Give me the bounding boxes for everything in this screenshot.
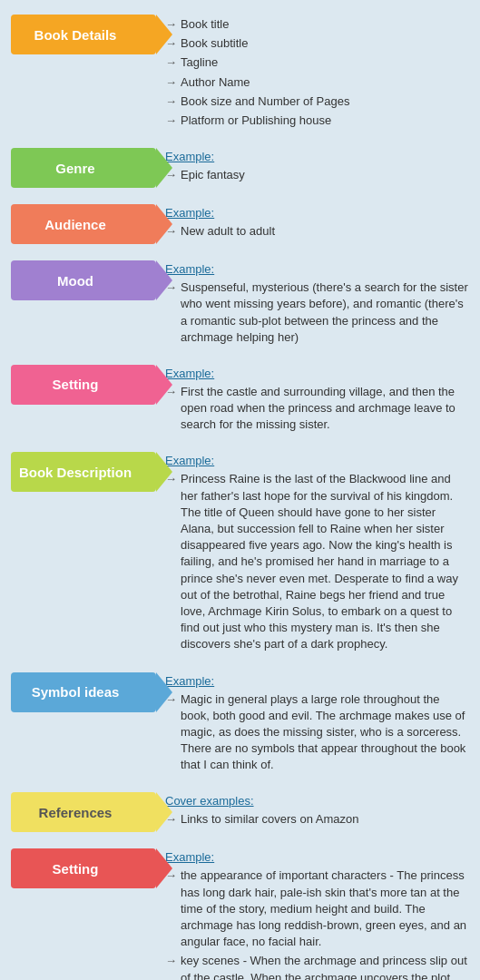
item-text: key scenes - When the archmage and princ…: [181, 953, 469, 980]
label-setting2: Setting: [11, 848, 156, 888]
item-setting2-1: →key scenes - When the archmage and prin…: [165, 953, 469, 980]
section-audience: AudienceExample:→New adult to adult: [11, 204, 469, 244]
item-setting-0: →First the castle and surrounding villag…: [165, 384, 469, 434]
item-text: Book size and Number of Pages: [181, 93, 349, 110]
label-mood: Mood: [11, 260, 156, 300]
section-book-description: Book DescriptionExample:→Princess Raine …: [11, 452, 469, 655]
item-text: Epic fantasy: [181, 167, 245, 183]
example-label-references[interactable]: Cover examples:: [165, 794, 469, 808]
item-mood-0: →Suspenseful, mysterious (there's a sear…: [165, 279, 469, 346]
example-label-book-description[interactable]: Example:: [165, 454, 469, 467]
content-book-details: →Book title→Book subtitle→Tagline→Author…: [165, 15, 469, 132]
section-setting: SettingExample:→First the castle and sur…: [11, 365, 469, 436]
label-book-details: Book Details: [11, 15, 156, 54]
item-book-details-1: →Book subtitle: [165, 35, 469, 52]
content-references: Cover examples:→Links to similar covers …: [165, 792, 469, 830]
label-setting: Setting: [11, 365, 156, 405]
item-text: Author Name: [181, 74, 250, 91]
item-setting2-0: →the appearance of important characters …: [165, 867, 469, 950]
section-references: ReferencesCover examples:→Links to simil…: [11, 792, 469, 832]
example-label-setting[interactable]: Example:: [165, 367, 469, 380]
section-symbol-ideas: Symbol ideasExample:→Magic in general pl…: [11, 672, 469, 777]
section-book-details: Book Details→Book title→Book subtitle→Ta…: [11, 15, 469, 132]
arrow-icon: →: [165, 93, 177, 110]
item-book-details-5: →Platform or Publishing house: [165, 113, 469, 129]
item-symbol-ideas-0: →Magic in general plays a large role thr…: [165, 691, 469, 774]
item-text: the appearance of important characters -…: [181, 867, 469, 950]
label-references: References: [11, 792, 156, 832]
section-genre: GenreExample:→Epic fantasy: [11, 148, 469, 188]
item-text: Suspenseful, mysterious (there's a searc…: [181, 279, 469, 346]
example-label-audience[interactable]: Example:: [165, 206, 469, 220]
arrow-icon: →: [165, 953, 177, 969]
section-mood: MoodExample:→Suspenseful, mysterious (th…: [11, 260, 469, 348]
content-setting: Example:→First the castle and surroundin…: [165, 365, 469, 436]
item-audience-0: →New adult to adult: [165, 223, 469, 240]
content-genre: Example:→Epic fantasy: [165, 148, 469, 186]
content-audience: Example:→New adult to adult: [165, 204, 469, 242]
item-text: Magic in general plays a large role thro…: [181, 691, 469, 774]
arrow-icon: →: [165, 74, 177, 91]
item-text: First the castle and surrounding village…: [181, 384, 469, 434]
arrow-icon: →: [165, 54, 177, 71]
example-label-genre[interactable]: Example:: [165, 150, 469, 163]
content-book-description: Example:→Princess Raine is the last of t…: [165, 452, 469, 655]
item-book-details-2: →Tagline: [165, 54, 469, 71]
item-genre-0: →Epic fantasy: [165, 167, 469, 183]
example-label-symbol-ideas[interactable]: Example:: [165, 674, 469, 688]
item-text: Book title: [181, 16, 229, 33]
item-text: Platform or Publishing house: [181, 113, 331, 129]
label-genre: Genre: [11, 148, 156, 188]
content-symbol-ideas: Example:→Magic in general plays a large …: [165, 672, 469, 777]
item-book-details-4: →Book size and Number of Pages: [165, 93, 469, 110]
item-text: New adult to adult: [181, 223, 275, 240]
item-text: Princess Raine is the last of the Blackw…: [181, 471, 469, 652]
arrow-icon: →: [165, 113, 177, 129]
label-audience: Audience: [11, 204, 156, 244]
item-book-description-0: →Princess Raine is the last of the Black…: [165, 471, 469, 652]
example-label-mood[interactable]: Example:: [165, 262, 469, 276]
label-symbol-ideas: Symbol ideas: [11, 672, 156, 712]
item-book-details-0: →Book title: [165, 16, 469, 33]
item-text: Tagline: [181, 54, 218, 71]
example-label-setting2[interactable]: Example:: [165, 850, 469, 864]
item-book-details-3: →Author Name: [165, 74, 469, 91]
app-container: Book Details→Book title→Book subtitle→Ta…: [11, 15, 469, 980]
label-book-description: Book Description: [11, 452, 156, 492]
section-setting2: SettingExample:→the appearance of import…: [11, 848, 469, 980]
item-text: Links to similar covers on Amazon: [181, 811, 359, 828]
content-setting2: Example:→the appearance of important cha…: [165, 848, 469, 980]
item-text: Book subtitle: [181, 35, 248, 52]
content-mood: Example:→Suspenseful, mysterious (there'…: [165, 260, 469, 348]
item-references-0: →Links to similar covers on Amazon: [165, 811, 469, 828]
